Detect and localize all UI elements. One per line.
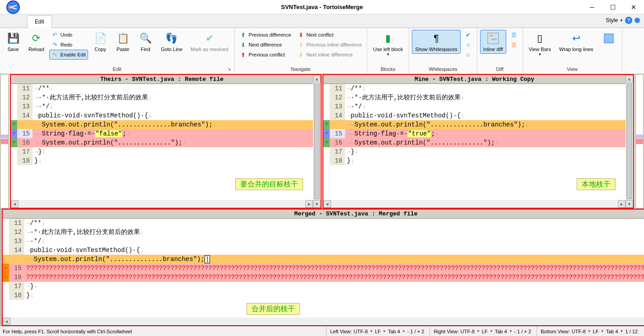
- next-inline-difference-button: ⬇Next inline difference: [295, 50, 364, 60]
- find-icon: 🔍: [138, 31, 153, 46]
- arrow-down-icon: ⬇: [240, 41, 247, 48]
- annotation-mine: 本地枝干: [577, 178, 616, 190]
- locator-bar-right[interactable]: [635, 74, 644, 209]
- wrap-lines-button[interactable]: ↩Wrap long lines: [556, 30, 597, 54]
- goto-line-button[interactable]: 👣Goto Line: [158, 30, 186, 54]
- merged-header: Merged - SVNTest.java : Merged file: [3, 210, 644, 219]
- redo-button[interactable]: ↷Redo: [49, 40, 88, 50]
- svg-rect-5: [491, 38, 497, 40]
- status-bottom-view[interactable]: Bottom View: UTF-8▼ LF▼ Tab 4▼ 1 / 12: [537, 327, 641, 336]
- mine-flag-value: "true": [407, 130, 431, 138]
- ws-opt-1[interactable]: ✔: [462, 30, 474, 40]
- show-whitespaces-button[interactable]: ¶Show Whitespaces: [412, 30, 461, 54]
- theirs-header: Theirs - SVNTest.java : Remote file: [11, 75, 313, 84]
- group-label-ws: Whitespaces: [412, 65, 474, 73]
- app-icon: [0, 0, 26, 14]
- merged-pane: Merged - SVNTest.java : Merged file 11→/…: [2, 209, 644, 326]
- mine-header: Mine - SVNTest.java : Working Copy: [323, 75, 625, 84]
- paste-button[interactable]: 📋Paste: [112, 30, 133, 54]
- ws-opt-3[interactable]: ○: [462, 50, 474, 60]
- mark-resolved-button: ✔Mark as resolved: [187, 30, 232, 54]
- bars-icon: ▯: [532, 31, 547, 46]
- goto-icon: 👣: [164, 31, 179, 46]
- prev-inline-difference-button: ⬆Previous inline difference: [295, 40, 364, 50]
- theirs-hscroll[interactable]: ◂▸: [11, 200, 313, 208]
- inline-diff-icon: [486, 31, 500, 46]
- circle-icon: ○: [465, 51, 472, 58]
- title-bar: SVNTest.java - TortoiseMerge ─ ☐ ✕: [0, 0, 644, 14]
- group-label-edit: Edit: [3, 65, 232, 73]
- status-right-view[interactable]: Right View: UTF-8▼ LF▼ Tab 4▼ - 1 / + 2: [429, 327, 535, 336]
- view-extra-button[interactable]: [598, 30, 619, 48]
- svg-point-1: [9, 6, 11, 9]
- enable-edit-button[interactable]: ✎Enable Edit: [49, 50, 88, 60]
- save-button[interactable]: 💾 Save: [3, 30, 23, 54]
- diff-opt-1[interactable]: ☰: [508, 30, 520, 40]
- redo-icon: ↷: [51, 41, 59, 48]
- use-left-block-button[interactable]: ▮Use left block▼: [370, 30, 406, 58]
- block-icon: ▮: [381, 31, 395, 46]
- copy-button[interactable]: 📄Copy: [90, 30, 111, 54]
- tab-strip: Edit Style ▼ ?: [0, 14, 644, 28]
- inline-diff-button[interactable]: Inline diff: [480, 30, 506, 54]
- save-icon: 💾: [6, 31, 20, 46]
- style-dropdown[interactable]: Style ▼ ?: [606, 17, 640, 24]
- tab-edit[interactable]: Edit: [27, 15, 52, 28]
- diff-opt-2[interactable]: ☰: [508, 40, 520, 50]
- edit-icon: ✎: [51, 51, 59, 58]
- ws-opt-2[interactable]: ○: [462, 40, 474, 50]
- theirs-code[interactable]: 11→/**↓ 12→·*·此方法用于,比较打分支前后的效果↓ 13→·*/↓ …: [11, 84, 313, 200]
- svg-rect-6: [604, 34, 613, 43]
- conflict-line-15: ????????????????????????????????????????…: [24, 264, 644, 273]
- locator-bar-merged-left[interactable]: [0, 209, 1, 326]
- check-icon: ✔: [465, 31, 472, 38]
- arrow-up-icon: ⬆: [240, 31, 247, 38]
- annotation-merged: 合并后的枝干: [247, 303, 300, 315]
- theirs-flag-value: "false": [95, 130, 122, 138]
- logo-icon: [634, 17, 640, 23]
- pilcrow-icon: ¶: [429, 31, 443, 46]
- window-title: SVNTest.java - TortoiseMerge: [281, 4, 363, 10]
- undo-button[interactable]: ↶Undo: [49, 30, 88, 40]
- reload-button[interactable]: ⟳ Reload: [25, 30, 47, 54]
- view-bars-button[interactable]: ▯View Bars▼: [526, 30, 554, 58]
- minimize-button[interactable]: ─: [582, 0, 602, 14]
- status-bar: For Help, press F1. Scroll horizontally …: [0, 326, 644, 336]
- close-button[interactable]: ✕: [623, 0, 644, 14]
- status-help-text: For Help, press F1. Scroll horizontally …: [3, 329, 324, 334]
- locator-bar-left[interactable]: [0, 74, 9, 209]
- circle-icon: ○: [465, 41, 472, 48]
- diff-panes: Theirs - SVNTest.java : Remote file 11→/…: [0, 74, 644, 326]
- prev-difference-button[interactable]: ⬆Previous difference: [238, 30, 294, 40]
- next-difference-button[interactable]: ⬇Next difference: [238, 40, 294, 50]
- find-button[interactable]: 🔍Find: [135, 30, 156, 54]
- group-label-view: View: [526, 65, 619, 73]
- check-icon: ✔: [202, 31, 217, 46]
- annotation-theirs: 要合并的目标枝干: [235, 178, 303, 190]
- chevron-down-icon: ▼: [620, 19, 623, 23]
- next-conflict-button[interactable]: ⬇Next conflict: [295, 30, 364, 40]
- panel-icon: [602, 31, 616, 46]
- conflict-line-16: ????????????????????????????????????????…: [24, 273, 644, 282]
- status-left-view[interactable]: Left View: UTF-8▼ LF▼ Tab 4▼ - 1 / + 2: [326, 327, 428, 336]
- mine-vscroll[interactable]: ▴▾: [625, 75, 633, 208]
- prev-conflict-button[interactable]: ⬆Previous conflict: [238, 50, 294, 60]
- lines-icon: ☰: [510, 31, 518, 38]
- maximize-button[interactable]: ☐: [602, 0, 623, 14]
- svg-rect-4: [490, 35, 493, 37]
- svg-point-2: [635, 18, 640, 23]
- reload-icon: ⟳: [29, 31, 43, 46]
- arrow-down-icon: ⬇: [298, 31, 305, 38]
- paste-icon: 📋: [116, 31, 130, 46]
- style-label: Style: [606, 17, 618, 23]
- mine-code[interactable]: 11→/**↓ 12→·*·此方法用于,比较打分支前后的效果↓ 13→·*/↓ …: [323, 84, 625, 200]
- merged-row: Merged - SVNTest.java : Merged file 11→/…: [0, 209, 644, 326]
- wrap-icon: ↩: [569, 31, 583, 46]
- help-icon[interactable]: ?: [625, 17, 632, 24]
- arrow-up-icon: ⬆: [240, 51, 247, 58]
- merged-code[interactable]: 11→/**↓ 12→·*·此方法用于,比较打分支前后的效果↓ 13→·*/↓ …: [3, 219, 644, 317]
- merged-hscroll[interactable]: ◂▸: [3, 317, 644, 325]
- theirs-vscroll[interactable]: ▴▾: [313, 75, 321, 208]
- mine-hscroll[interactable]: ◂▸: [323, 200, 625, 208]
- ribbon: 💾 Save ⟳ Reload ↶Undo ↷Redo ✎Enable Edit…: [0, 28, 644, 74]
